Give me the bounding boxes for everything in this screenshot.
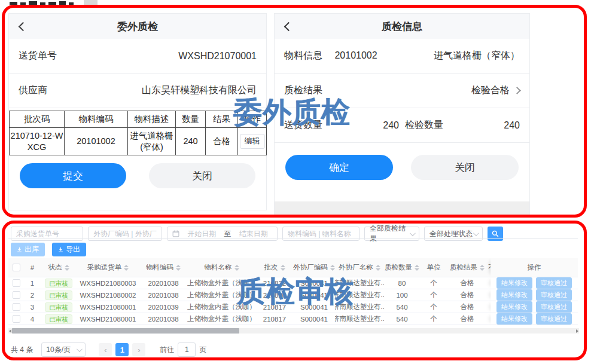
submit-button[interactable]: 提交 — [20, 163, 126, 188]
modify-result-button[interactable]: 结果修改 — [496, 313, 532, 325]
scroll-left-icon[interactable] — [9, 329, 11, 333]
row-checkbox[interactable] — [13, 279, 20, 287]
section-divider — [8, 238, 578, 239]
cell-batch: 210710-12-WXCG — [10, 128, 65, 155]
scrollbar-thumb[interactable] — [12, 328, 239, 334]
sort-icon[interactable] — [124, 265, 129, 271]
material-info: 物料信息 20101002 — [284, 50, 377, 62]
sort-icon[interactable] — [415, 265, 419, 271]
cell-code: 20101002 — [65, 128, 128, 155]
status-badge: 已审核 — [45, 279, 72, 288]
prev-page-button[interactable]: ‹ — [99, 343, 112, 356]
close-button[interactable]: 关闭 — [149, 163, 255, 188]
cell-actions: 结果修改 审核通过 — [491, 289, 578, 301]
approve-button[interactable]: 审核通过 — [536, 277, 572, 289]
cell-vendor-name: 济南顺达塑业有... — [335, 313, 384, 325]
col-desc: 物料描述 — [128, 111, 176, 128]
modify-result-button[interactable]: 结果修改 — [496, 277, 532, 289]
cell-index: 2 — [24, 289, 41, 301]
select-value: 全部质检结果 — [370, 224, 410, 244]
confirm-button[interactable]: 确定 — [285, 155, 393, 180]
field-row-supplier: 供应商 山东昊轩模塑科技有限公司 — [9, 74, 266, 108]
row-checkbox[interactable] — [13, 315, 20, 323]
export-label: 导出 — [66, 244, 80, 255]
goto-page-input[interactable] — [178, 342, 196, 357]
sort-icon[interactable] — [480, 265, 485, 271]
status-badge: 已审核 — [45, 290, 72, 300]
horizontal-scrollbar[interactable] — [8, 328, 579, 334]
field-label: 物料信息 — [284, 50, 322, 60]
cell-unit: 个 — [420, 277, 447, 289]
export-button[interactable]: 导出 — [52, 243, 86, 256]
download-icon — [17, 247, 22, 253]
sort-icon[interactable] — [176, 265, 181, 271]
goto-label: 前往 — [160, 345, 174, 355]
sort-icon[interactable] — [376, 265, 380, 271]
panel-title: 委外质检 — [117, 20, 158, 33]
approve-button[interactable]: 审核通过 — [536, 301, 572, 313]
cell-actions: 结果修改 审核通过 — [491, 313, 578, 325]
button-row: 提交 关闭 — [9, 163, 266, 188]
col-status[interactable]: 状态 — [41, 258, 77, 277]
calendar-icon — [172, 230, 179, 237]
modify-result-button[interactable]: 结果修改 — [496, 301, 532, 313]
page-suffix: 页 — [199, 345, 206, 355]
cell-index: 4 — [24, 313, 41, 325]
back-icon[interactable] — [19, 22, 28, 32]
close-button[interactable]: 关闭 — [411, 155, 519, 180]
col-qty: 数量 — [176, 111, 206, 128]
cell-qty: 540 — [384, 301, 420, 313]
row-checkbox[interactable] — [13, 303, 20, 311]
col-code: 物料编码 — [65, 111, 128, 128]
col-result[interactable]: 质检结果 — [447, 258, 487, 277]
page-1-button[interactable]: 1 — [115, 343, 129, 356]
chevron-down-icon — [77, 346, 83, 352]
panel-header: 委外质检 — [9, 14, 266, 39]
cell-order: WXSHD21080001 — [77, 313, 139, 325]
sort-icon[interactable] — [330, 265, 335, 271]
cell-qty: 100 — [384, 289, 420, 301]
back-icon[interactable] — [284, 22, 294, 32]
select-all-checkbox[interactable] — [13, 264, 20, 271]
outsourced-inspection-panel: 委外质检 送货单号 WXSHD21070001 供应商 山东昊轩模塑科技有限公司… — [8, 13, 267, 210]
sort-icon[interactable] — [234, 265, 239, 271]
table-row: 4 已审核 WXSHD21080001 20201038 上储物盒外盖（浅咖） … — [8, 313, 578, 325]
cell-material-code: 20201038 — [139, 277, 187, 289]
cell-result: 合格 — [447, 313, 487, 325]
col-order[interactable]: 采购送货单 — [77, 258, 139, 277]
cell-actions: 结果修改 审核通过 — [491, 277, 578, 289]
cell-unit: 个 — [420, 313, 447, 325]
approve-button[interactable]: 审核通过 — [536, 313, 572, 325]
field-row-material: 物料信息 20101002 进气道格栅（窄体） — [275, 39, 529, 74]
col-material-code[interactable]: 物料编码 — [139, 258, 187, 277]
modify-result-button[interactable]: 结果修改 — [496, 289, 532, 301]
row-checkbox[interactable] — [13, 291, 20, 299]
field-value: WXSHD21070001 — [178, 51, 257, 62]
select-value: 全部处理状态 — [429, 229, 473, 239]
date-start-placeholder: 开始日期 — [183, 229, 221, 239]
download-icon — [58, 247, 63, 253]
sort-icon[interactable] — [281, 265, 285, 271]
edit-button[interactable]: 编辑 — [240, 134, 265, 148]
col-batch: 批次码 — [10, 111, 65, 128]
cell-material-code: 20201039 — [139, 301, 187, 313]
col-qty[interactable]: 质检数量 — [384, 258, 420, 277]
col-index: # — [24, 258, 41, 277]
pagination: 共 4 条 10条/页 ‹ 1 › 前往 页 — [11, 342, 206, 357]
cell-desc: 进气道格栅(窄体) — [128, 128, 176, 155]
field-row-delivery-no: 送货单号 WXSHD21070001 — [9, 39, 266, 74]
scroll-right-icon[interactable] — [576, 329, 578, 333]
panel-title: 质检信息 — [382, 20, 422, 33]
next-page-button[interactable]: › — [132, 343, 145, 356]
material-code: 20101002 — [334, 50, 377, 60]
overlay-label-bottom: 质检审核 — [237, 273, 354, 311]
sort-icon[interactable] — [65, 265, 69, 271]
page-size-select[interactable]: 10条/页 — [41, 342, 86, 357]
page-size-value: 10条/页 — [46, 345, 71, 355]
outbound-button[interactable]: 出库 — [11, 243, 45, 256]
search-icon — [492, 230, 499, 237]
outbound-label: 出库 — [25, 244, 39, 255]
approve-button[interactable]: 审核通过 — [536, 289, 572, 301]
chevron-down-icon — [410, 230, 416, 236]
cell-material-name: 上储物盒外盖（浅咖） — [187, 313, 256, 325]
